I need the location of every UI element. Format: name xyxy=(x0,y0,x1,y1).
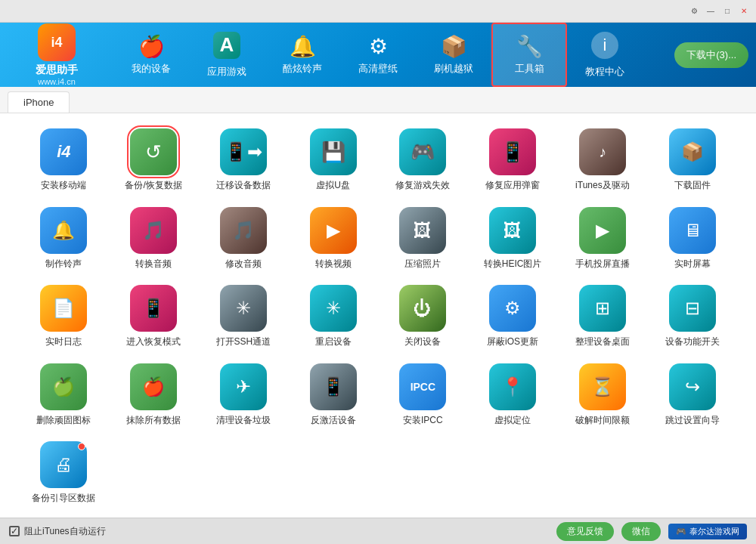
nav-toolbox-label: 工具箱 xyxy=(515,62,544,76)
tool-backup-restore[interactable]: ↺备份/恢复数据 xyxy=(118,128,190,192)
tool-label-deactivate: 反激活设备 xyxy=(311,415,356,427)
tool-download-firmware[interactable]: 📦下载固件 xyxy=(656,128,728,192)
tool-icon-make-ringtone: 🔔 xyxy=(40,207,87,254)
status-left: ✓ 阻止iTunes自动运行 xyxy=(9,525,106,538)
tool-icon-deactivate: 📱 xyxy=(310,363,357,410)
nav-app-games[interactable]: A 应用游戏 xyxy=(189,23,265,87)
tool-label-migrate-data: 迁移设备数据 xyxy=(216,180,271,192)
tool-label-download-firmware: 下载固件 xyxy=(674,180,711,192)
minimize-icon[interactable]: — xyxy=(705,5,717,17)
tool-migrate-data[interactable]: 📱➡迁移设备数据 xyxy=(207,128,279,192)
download-button[interactable]: 下载中(3)... xyxy=(674,42,748,68)
tool-label-make-ringtone: 制作铃声 xyxy=(45,258,82,270)
tool-icon-wipe-data: 🍎 xyxy=(130,363,177,410)
tool-label-fix-app-popup: 修复应用弹窗 xyxy=(485,180,540,192)
tool-icon-fake-location: 📍 xyxy=(489,363,536,410)
tools-grid: i4安装移动端↺备份/恢复数据📱➡迁移设备数据💾虚拟U盘🎮修复游戏失效📱修复应用… xyxy=(23,128,733,505)
close-icon[interactable]: ✕ xyxy=(738,5,750,17)
nav-ringtones-label: 酷炫铃声 xyxy=(283,62,322,76)
status-bar: ✓ 阻止iTunes自动运行 意见反馈 微信 🎮 泰尔达游戏网 xyxy=(0,518,756,544)
tool-icon-migrate-data: 📱➡ xyxy=(220,128,267,175)
tool-icon-fix-app-popup: 📱 xyxy=(489,128,536,175)
tool-label-device-functions: 设备功能开关 xyxy=(665,336,720,348)
tool-restart-device[interactable]: ✳重启设备 xyxy=(297,285,369,348)
tool-install-mobile[interactable]: i4安装移动端 xyxy=(28,128,100,192)
tool-screen-cast[interactable]: ▶手机投屏直播 xyxy=(566,207,638,270)
tool-label-break-time-limit: 破解时间限额 xyxy=(575,415,630,427)
tool-real-log[interactable]: 📄实时日志 xyxy=(28,285,100,348)
tool-icon-real-screen: 🖥 xyxy=(669,207,716,254)
tool-clean-junk[interactable]: ✈清理设备垃圾 xyxy=(207,363,279,427)
tool-make-ringtone[interactable]: 🔔制作铃声 xyxy=(28,207,100,270)
tool-icon-screen-cast: ▶ xyxy=(579,207,626,254)
tool-label-backup-restore: 备份/恢复数据 xyxy=(125,180,181,192)
window-controls: ⚙ — □ ✕ xyxy=(688,5,750,17)
tool-recovery-mode[interactable]: 📱进入恢复模式 xyxy=(118,285,190,348)
tool-deactivate[interactable]: 📱反激活设备 xyxy=(297,363,369,427)
tool-icon-restart-device: ✳ xyxy=(310,285,357,332)
logo-url: www.i4.cn xyxy=(38,77,76,86)
tool-icon-itunes-driver: ♪ xyxy=(579,128,626,175)
nav-jailbreak-label: 刷机越狱 xyxy=(434,62,473,76)
tool-label-convert-heic: 转换HEIC图片 xyxy=(484,258,542,270)
nav-app-games-label: 应用游戏 xyxy=(207,65,246,79)
tool-break-time-limit[interactable]: ⏳破解时间限额 xyxy=(566,363,638,427)
wechat-button[interactable]: 微信 xyxy=(621,522,661,541)
nav-ringtones-icon: 🔔 xyxy=(290,34,316,59)
tool-edit-audio[interactable]: 🎵修改音频 xyxy=(207,207,279,270)
nav-wallpapers-label: 高清壁纸 xyxy=(358,62,398,76)
tool-label-open-ssh: 打开SSH通道 xyxy=(216,336,271,348)
settings-icon[interactable]: ⚙ xyxy=(688,5,700,17)
nav-tutorial[interactable]: i 教程中心 xyxy=(567,23,643,87)
tool-label-convert-video: 转换视频 xyxy=(315,258,352,270)
tool-label-fix-game: 修复游戏失效 xyxy=(395,180,450,192)
nav-tutorial-icon: i xyxy=(591,32,618,59)
tool-real-screen[interactable]: 🖥实时屏幕 xyxy=(656,207,728,270)
title-bar: ⚙ — □ ✕ xyxy=(0,0,756,23)
tool-open-ssh[interactable]: ✳打开SSH通道 xyxy=(207,285,279,348)
tool-icon-organize-desktop: ⊞ xyxy=(579,285,626,332)
nav-app-games-icon: A xyxy=(213,32,240,59)
tool-compress-photo[interactable]: 🖼压缩照片 xyxy=(387,207,459,270)
nav-toolbox[interactable]: 🔧 工具箱 xyxy=(491,23,567,87)
tool-skip-setup[interactable]: ↪跳过设置向导 xyxy=(656,363,728,427)
tool-convert-video[interactable]: ▶转换视频 xyxy=(297,207,369,270)
nav-my-device[interactable]: 🍎 我的设备 xyxy=(113,23,189,87)
tool-install-ipcc[interactable]: IPCC安装IPCC xyxy=(387,363,459,427)
nav-ringtones[interactable]: 🔔 酷炫铃声 xyxy=(265,23,340,87)
tool-organize-desktop[interactable]: ⊞整理设备桌面 xyxy=(566,285,638,348)
itunes-checkbox[interactable]: ✓ xyxy=(9,526,20,536)
tab-iphone[interactable]: iPhone xyxy=(8,91,70,113)
tool-itunes-driver[interactable]: ♪iTunes及驱动 xyxy=(566,128,638,192)
tool-fake-location[interactable]: 📍虚拟定位 xyxy=(477,363,549,427)
nav-jailbreak[interactable]: 📦 刷机越狱 xyxy=(416,23,491,87)
tool-label-install-mobile: 安装移动端 xyxy=(41,180,86,192)
tool-fix-game[interactable]: 🎮修复游戏失效 xyxy=(387,128,459,192)
tool-convert-audio[interactable]: 🎵转换音频 xyxy=(118,207,190,270)
tool-virtual-udisk[interactable]: 💾虚拟U盘 xyxy=(297,128,369,192)
itunes-label: 阻止iTunes自动运行 xyxy=(24,525,106,538)
tool-block-ios-update[interactable]: ⚙屏蔽iOS更新 xyxy=(477,285,549,348)
maximize-icon[interactable]: □ xyxy=(721,5,733,17)
tool-icon-download-firmware: 📦 xyxy=(669,128,716,175)
tool-backup-guide[interactable]: 🖨备份引导区数据 xyxy=(28,441,100,505)
tool-convert-heic[interactable]: 🖼转换HEIC图片 xyxy=(477,207,549,270)
status-right: 意见反馈 微信 🎮 泰尔达游戏网 xyxy=(556,522,747,541)
tool-wipe-data[interactable]: 🍎抹除所有数据 xyxy=(118,363,190,427)
tool-label-virtual-udisk: 虚拟U盘 xyxy=(316,180,350,192)
nav-tutorial-label: 教程中心 xyxy=(585,65,624,79)
tool-label-itunes-driver: iTunes及驱动 xyxy=(575,180,630,192)
tool-fix-app-popup[interactable]: 📱修复应用弹窗 xyxy=(477,128,549,192)
tool-icon-convert-audio: 🎵 xyxy=(130,207,177,254)
tool-shutdown-device[interactable]: ⏻关闭设备 xyxy=(387,285,459,348)
tool-device-functions[interactable]: ⊟设备功能开关 xyxy=(656,285,728,348)
tool-icon-shutdown-device: ⏻ xyxy=(399,285,446,332)
tool-delete-icon[interactable]: 🍏删除顽固图标 xyxy=(28,363,100,427)
tool-icon-clean-junk: ✈ xyxy=(220,363,267,410)
nav-my-device-icon: 🍎 xyxy=(138,34,165,59)
tool-label-edit-audio: 修改音频 xyxy=(225,258,262,270)
tool-icon-convert-heic: 🖼 xyxy=(489,207,536,254)
nav-wallpapers[interactable]: ⚙ 高清壁纸 xyxy=(340,23,416,87)
tool-label-clean-junk: 清理设备垃圾 xyxy=(216,415,271,427)
feedback-button[interactable]: 意见反馈 xyxy=(556,522,614,541)
